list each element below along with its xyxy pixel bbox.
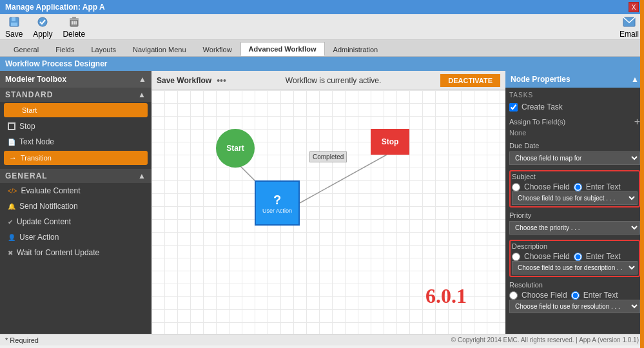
delete-label: Delete <box>63 30 85 39</box>
stop-node[interactable]: Stop <box>371 129 409 155</box>
resolution-choose-field-radio[interactable] <box>509 291 518 300</box>
toolbox-item-user-action[interactable]: 👤 User Action <box>0 229 151 245</box>
assign-label: Assign To Field(s) <box>509 118 565 126</box>
create-task-checkbox[interactable] <box>509 103 518 111</box>
priority-label: Priority <box>509 211 640 219</box>
section-standard-label: STANDARD <box>5 90 53 99</box>
toolbox-item-stop[interactable]: Stop <box>0 119 151 134</box>
section-general-label: GENERAL <box>5 171 48 180</box>
tab-layouts[interactable]: Layouts <box>83 42 124 56</box>
apply-button[interactable]: Apply <box>33 15 52 39</box>
resolution-field-select[interactable]: Choose field to use for resolution . . . <box>509 300 640 313</box>
canvas-grid[interactable]: Start Stop ? User Action Completed 6.0.1 <box>151 90 505 334</box>
tab-advanced-workflow[interactable]: Advanced Workflow <box>240 42 325 56</box>
delete-button[interactable]: Delete <box>63 15 85 39</box>
description-choose-field-radio[interactable] <box>512 253 520 261</box>
main-toolbar: Save Apply Delete Email <box>0 14 644 40</box>
due-date-row: Due Date Choose field to map for <box>509 142 640 165</box>
description-enter-text-radio[interactable] <box>574 253 582 261</box>
assign-add-button[interactable]: + <box>634 117 640 127</box>
tabs-row: General Fields Layouts Navigation Menu W… <box>0 40 644 57</box>
tab-fields[interactable]: Fields <box>47 42 83 56</box>
node-properties-panel: Node Properties ▲ TASKS Create Task Assi… <box>505 71 644 334</box>
title-bar: Manage Application: App A X <box>0 0 644 14</box>
subject-choose-field-radio[interactable] <box>512 183 520 191</box>
user-action-node[interactable]: ? User Action <box>255 180 300 226</box>
due-date-select[interactable]: Choose field to map for <box>509 151 640 165</box>
subject-enter-text-radio[interactable] <box>574 183 582 191</box>
text-node-icon: 📄 <box>8 139 15 146</box>
email-icon <box>623 15 636 28</box>
modeler-toolbox: Modeler Toolbox ▲ STANDARD ▲ Start Stop … <box>0 71 151 334</box>
create-task-text: Create Task <box>522 102 563 111</box>
version-text: 6.0.1 <box>425 284 467 308</box>
apply-icon <box>36 15 49 28</box>
main-layout: Modeler Toolbox ▲ STANDARD ▲ Start Stop … <box>0 71 644 334</box>
wf-designer-title: Workflow Process Designer <box>5 59 108 68</box>
assign-none: None <box>509 129 640 137</box>
svg-rect-2 <box>11 23 17 26</box>
resolution-radio-row: Choose Field Enter Text <box>509 291 640 300</box>
canvas-dots: ••• <box>217 75 226 86</box>
wf-designer-header: Workflow Process Designer <box>0 57 644 71</box>
create-task-row: Create Task <box>509 102 640 111</box>
wait-label: Wait for Content Update <box>17 248 99 257</box>
tab-workflow[interactable]: Workflow <box>195 42 240 56</box>
close-button[interactable]: X <box>629 2 639 12</box>
toolbox-item-notification[interactable]: 🔔 Send Notification <box>0 198 151 214</box>
node-props-expand-icon[interactable]: ▲ <box>631 75 639 84</box>
resolution-enter-text-radio[interactable] <box>571 291 580 300</box>
toolbox-item-start[interactable]: Start <box>4 103 148 117</box>
transition-label: Transition <box>21 154 52 162</box>
toolbox-item-wait[interactable]: ✖ Wait for Content Update <box>0 245 151 260</box>
section-general-collapse-icon[interactable]: ▲ <box>138 171 146 180</box>
tab-administration[interactable]: Administration <box>325 42 387 56</box>
save-label: Save <box>5 30 23 39</box>
section-standard-collapse-icon[interactable]: ▲ <box>138 90 146 99</box>
start-dot-icon <box>9 106 18 115</box>
resolution-enter-text-label: Enter Text <box>583 291 618 300</box>
svg-rect-1 <box>12 17 15 21</box>
priority-row: Priority Choose the priority . . . <box>509 211 640 235</box>
completed-label: Completed <box>309 151 347 162</box>
email-button[interactable]: Email <box>620 15 639 39</box>
deactivate-button[interactable]: DEACTIVATE <box>440 74 500 87</box>
tasks-section-title: TASKS <box>509 92 640 99</box>
stop-label: Stop <box>19 122 35 131</box>
description-field-select[interactable]: Choose field to use for description . . … <box>512 261 638 275</box>
toolbox-item-text-node[interactable]: 📄 Text Node <box>0 134 151 150</box>
save-workflow-button[interactable]: Save Workflow <box>157 76 211 85</box>
node-props-header: Node Properties ▲ <box>505 71 644 88</box>
toolbox-header: Modeler Toolbox ▲ <box>0 71 151 88</box>
tab-navigation-menu[interactable]: Navigation Menu <box>124 42 195 56</box>
toolbox-item-evaluate[interactable]: </> Evaluate Content <box>0 183 151 198</box>
description-label: Description <box>512 242 638 250</box>
update-label: Update Content <box>17 217 71 226</box>
tab-general[interactable]: General <box>5 42 47 56</box>
app-title: Manage Application: App A <box>5 3 105 12</box>
node-props-title: Node Properties <box>511 75 571 84</box>
save-icon <box>8 15 21 28</box>
subject-label: Subject <box>512 173 638 180</box>
notification-label: Send Notification <box>19 202 78 211</box>
svg-point-3 <box>38 17 47 26</box>
toolbox-collapse-icon[interactable]: ▲ <box>139 75 146 84</box>
user-action-icon: 👤 <box>8 234 15 241</box>
resolution-choose-field-label: Choose Field <box>522 291 567 300</box>
save-button[interactable]: Save <box>5 15 23 39</box>
toolbox-item-transition[interactable]: → Transition <box>4 151 148 165</box>
priority-select[interactable]: Choose the priority . . . <box>509 221 640 235</box>
start-node[interactable]: Start <box>216 129 255 168</box>
description-choose-field-label: Choose Field <box>524 252 570 261</box>
node-props-content: TASKS Create Task Assign To Field(s) + N… <box>505 88 644 334</box>
resolution-label: Resolution <box>509 281 640 289</box>
evaluate-icon: </> <box>8 188 17 195</box>
stop-node-label: Stop <box>382 137 399 146</box>
subject-choose-field-label: Choose Field <box>524 182 570 191</box>
subject-field-select[interactable]: Choose field to use for subject . . . <box>512 191 638 205</box>
toolbox-item-update[interactable]: ✔ Update Content <box>0 214 151 229</box>
email-label: Email <box>620 30 639 39</box>
create-task-label[interactable]: Create Task <box>509 102 640 111</box>
toolbox-title: Modeler Toolbox <box>5 75 66 84</box>
footer-copyright: © Copyright 2014 EMC. All rights reserve… <box>451 336 639 343</box>
